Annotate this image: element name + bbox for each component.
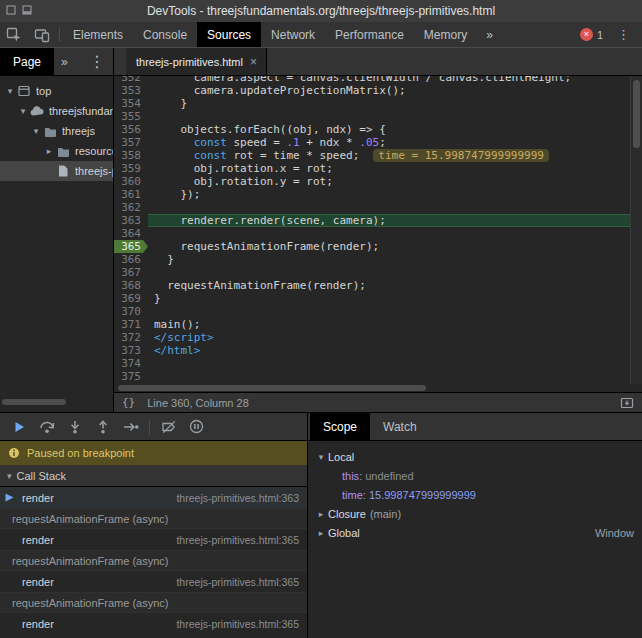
code-text[interactable]: }	[148, 253, 630, 266]
scope-section-global[interactable]: ▸GlobalWindow	[308, 523, 642, 542]
line-number[interactable]: 353	[114, 84, 148, 97]
error-count-badge[interactable]: × 1	[576, 28, 607, 41]
tab-performance[interactable]: Performance	[325, 22, 414, 47]
scope-section-closure[interactable]: ▸Closure(main)	[308, 504, 642, 523]
line-number[interactable]: 375	[114, 370, 148, 383]
navigator-menu-icon[interactable]: ⋮	[81, 48, 113, 75]
code-text[interactable]	[148, 110, 630, 123]
line-number[interactable]: 360	[114, 175, 148, 188]
chevron-down-icon[interactable]: ▾	[30, 126, 42, 136]
code-text[interactable]: obj.rotation.x = rot;	[148, 162, 630, 175]
resume-button[interactable]	[5, 415, 32, 439]
scope-section-local[interactable]: ▾Local	[308, 447, 642, 466]
code-text[interactable]: objects.forEach((obj, ndx) => {	[148, 123, 630, 136]
code-text[interactable]: camera.aspect = canvas.clientWidth / can…	[148, 76, 630, 84]
deactivate-breakpoints-button[interactable]	[155, 415, 182, 439]
step-into-button[interactable]	[61, 415, 88, 439]
code-text[interactable]: requestAnimationFrame(render);	[148, 240, 630, 253]
tab-scope[interactable]: Scope	[310, 413, 370, 440]
code-text[interactable]: const rot = time * speed;time = 15.99874…	[148, 149, 630, 162]
code-text[interactable]: obj.rotation.y = rot;	[148, 175, 630, 188]
line-number[interactable]: 363	[114, 214, 148, 227]
line-number[interactable]: 372	[114, 331, 148, 344]
tree-item-top[interactable]: ▾top	[0, 81, 113, 101]
chevron-right-icon[interactable]: ▸	[43, 146, 55, 156]
call-stack-header[interactable]: ▾ Call Stack	[0, 465, 307, 487]
async-separator-row[interactable]: requestAnimationFrame (async)	[0, 550, 307, 571]
tab-memory[interactable]: Memory	[414, 22, 477, 47]
file-tab-threejs-primitives[interactable]: threejs-primitives.html ×	[126, 48, 267, 75]
chevron-down-icon[interactable]: ▾	[4, 86, 16, 96]
async-separator-row[interactable]: requestAnimationFrame (async)	[0, 592, 307, 613]
inspect-element-icon[interactable]	[0, 22, 28, 47]
code-text[interactable]: }	[148, 292, 630, 305]
horizontal-scrollbar-thumb[interactable]	[118, 385, 426, 391]
close-tab-icon[interactable]: ×	[250, 55, 257, 69]
line-number[interactable]: 370	[114, 305, 148, 318]
tab-page[interactable]: Page	[0, 48, 54, 75]
editor-horizontal-scrollbar[interactable]	[114, 384, 642, 392]
line-number[interactable]: 358	[114, 149, 148, 162]
code-text[interactable]: }	[148, 97, 630, 110]
code-text[interactable]	[148, 357, 630, 370]
code-text[interactable]: main();	[148, 318, 630, 331]
code-text[interactable]: renderer.render(scene, camera);	[148, 214, 630, 227]
tab-watch[interactable]: Watch	[370, 413, 430, 440]
code-text[interactable]	[148, 201, 630, 214]
code-text[interactable]: </html>	[148, 344, 630, 357]
tab-network[interactable]: Network	[261, 22, 325, 47]
tree-item-threejs[interactable]: ▾threejs	[0, 121, 113, 141]
step-button[interactable]	[117, 415, 144, 439]
tree-item-threejsfundar[interactable]: ▾threejsfundar	[0, 101, 113, 121]
line-number[interactable]: 352	[114, 76, 148, 84]
panel-download-icon[interactable]	[620, 397, 634, 409]
devtools-menu-icon[interactable]: ⋮	[609, 27, 638, 42]
line-number[interactable]: 361	[114, 188, 148, 201]
async-separator-row[interactable]: requestAnimationFrame (async)	[0, 508, 307, 529]
chevron-right-icon[interactable]: ▸	[314, 528, 328, 538]
pretty-print-button[interactable]: {}	[122, 396, 135, 409]
code-text[interactable]: </script>	[148, 331, 630, 344]
line-number[interactable]: 359	[114, 162, 148, 175]
line-number[interactable]: 369	[114, 292, 148, 305]
step-over-button[interactable]	[33, 415, 60, 439]
tree-item-threejs-p[interactable]: threejs-p	[0, 161, 113, 181]
line-number[interactable]: 374	[114, 357, 148, 370]
line-number[interactable]: 366	[114, 253, 148, 266]
call-stack-frame[interactable]: renderthreejs-primitives.html:365	[0, 613, 307, 634]
chevron-right-icon[interactable]: ▸	[314, 509, 328, 519]
code-text[interactable]	[148, 305, 630, 318]
line-number[interactable]: 368	[114, 279, 148, 292]
pause-on-exceptions-button[interactable]	[183, 415, 210, 439]
line-number[interactable]: 373	[114, 344, 148, 357]
line-number[interactable]: 367	[114, 266, 148, 279]
call-stack-frame[interactable]: renderthreejs-primitives.html:365	[0, 571, 307, 592]
line-number[interactable]: 356	[114, 123, 148, 136]
sidebar-horizontal-scrollbar[interactable]	[2, 399, 66, 405]
device-toolbar-icon[interactable]	[28, 22, 56, 47]
line-number[interactable]: 364	[114, 227, 148, 240]
code-text[interactable]: });	[148, 188, 630, 201]
code-text[interactable]	[148, 370, 630, 383]
chevron-down-icon[interactable]: ▾	[17, 106, 29, 116]
code-text[interactable]	[148, 227, 630, 240]
code-text[interactable]: const speed = .1 + ndx * .05;	[148, 136, 630, 149]
more-panels-button[interactable]: »	[477, 22, 502, 47]
more-navigator-tabs-button[interactable]: »	[54, 48, 75, 75]
line-number[interactable]: 371	[114, 318, 148, 331]
tab-elements[interactable]: Elements	[63, 22, 133, 47]
call-stack-frame[interactable]: renderthreejs-primitives.html:365	[0, 529, 307, 550]
scope-variable-time[interactable]: time: 15.998747999999999	[308, 485, 642, 504]
vertical-scrollbar-thumb[interactable]	[633, 80, 640, 148]
code-text[interactable]	[148, 266, 630, 279]
tree-item-resource[interactable]: ▸resource	[0, 141, 113, 161]
scope-variable-this[interactable]: this: undefined	[308, 466, 642, 485]
code-text[interactable]: requestAnimationFrame(render);	[148, 279, 630, 292]
tab-console[interactable]: Console	[133, 22, 197, 47]
line-number[interactable]: 357	[114, 136, 148, 149]
tab-sources[interactable]: Sources	[197, 22, 261, 47]
chevron-down-icon[interactable]: ▾	[314, 452, 328, 462]
editor-vertical-scrollbar[interactable]	[630, 76, 642, 384]
line-number[interactable]: 355	[114, 110, 148, 123]
line-number[interactable]: 354	[114, 97, 148, 110]
